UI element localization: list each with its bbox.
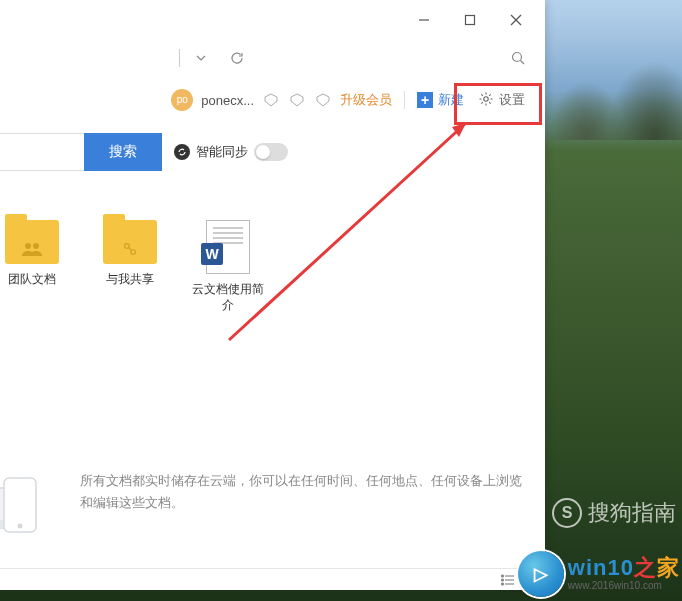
address-row [0,40,545,76]
smart-sync-area: 智能同步 [174,143,288,161]
files-area: 团队文档 与我共享 W 云文档使用简介 [0,180,545,323]
svg-point-24 [502,583,504,585]
docs-search-input[interactable] [0,133,84,171]
badge-icon-1 [262,91,280,109]
folder-icon [103,220,157,264]
folder-team-docs[interactable]: 团队文档 [2,220,62,313]
maximize-button[interactable] [447,2,493,38]
svg-point-4 [513,53,522,62]
word-doc-icon: W [206,220,250,274]
info-text: 所有文档都实时储存在云端，你可以在任何时间、任何地点、任何设备上浏览和编辑这些文… [80,470,523,514]
sync-icon [174,144,190,160]
search-icon [505,51,531,65]
username: ponecx... [201,93,254,108]
svg-point-23 [502,579,504,581]
watermark-sogou: S 搜狗指南 [552,498,676,528]
svg-point-11 [33,243,39,249]
upgrade-link[interactable]: 升级会员 [340,91,392,109]
watermark-url: www.2016win10.com [568,581,680,591]
titlebar [0,0,545,40]
svg-marker-6 [265,94,277,106]
badge-icon-2 [288,91,306,109]
file-cloud-doc-guide[interactable]: W 云文档使用简介 [198,220,258,313]
avatar[interactable]: po [171,89,193,111]
sync-toggle[interactable] [254,143,288,161]
folder-label: 团队文档 [8,272,56,288]
svg-point-22 [502,575,504,577]
address-search-input[interactable] [258,44,499,72]
watermark-brand: win10之家 [568,557,680,579]
search-button[interactable]: 搜索 [84,133,162,171]
refresh-button[interactable] [222,44,252,72]
toolbar: po ponecx... 升级会员 + 新建 设置 [0,76,545,124]
app-window: po ponecx... 升级会员 + 新建 设置 [0,0,545,590]
plus-icon: + [417,92,433,108]
devices-illustration [0,470,62,540]
svg-line-5 [521,61,525,65]
svg-marker-7 [291,94,303,106]
list-view-icon[interactable] [501,573,515,587]
gear-icon [478,91,494,110]
new-button-label: 新建 [438,91,464,109]
settings-button[interactable]: 设置 [472,87,531,114]
svg-rect-1 [466,16,475,25]
sync-label: 智能同步 [196,143,248,161]
folder-icon [5,220,59,264]
svg-point-10 [25,243,31,249]
sogou-logo-icon: S [552,498,582,528]
new-button[interactable]: + 新建 [417,91,464,109]
badge-icon-3 [314,91,332,109]
win10-logo-icon: ▷ [518,551,564,597]
file-label: 云文档使用简介 [192,282,264,313]
watermark-win10: ▷ win10之家 www.2016win10.com [518,547,682,601]
svg-point-18 [18,524,23,529]
folder-label: 与我共享 [106,272,154,288]
settings-label: 设置 [499,91,525,109]
svg-point-9 [484,96,488,100]
search-row: 搜索 智能同步 [0,124,545,180]
close-button[interactable] [493,2,539,38]
dropdown-button[interactable] [186,44,216,72]
info-panel: 所有文档都实时储存在云端，你可以在任何时间、任何地点、任何设备上浏览和编辑这些文… [0,452,545,568]
status-bar [0,568,545,590]
minimize-button[interactable] [401,2,447,38]
watermark-sogou-text: 搜狗指南 [588,498,676,528]
svg-marker-8 [317,94,329,106]
folder-shared-with-me[interactable]: 与我共享 [100,220,160,313]
